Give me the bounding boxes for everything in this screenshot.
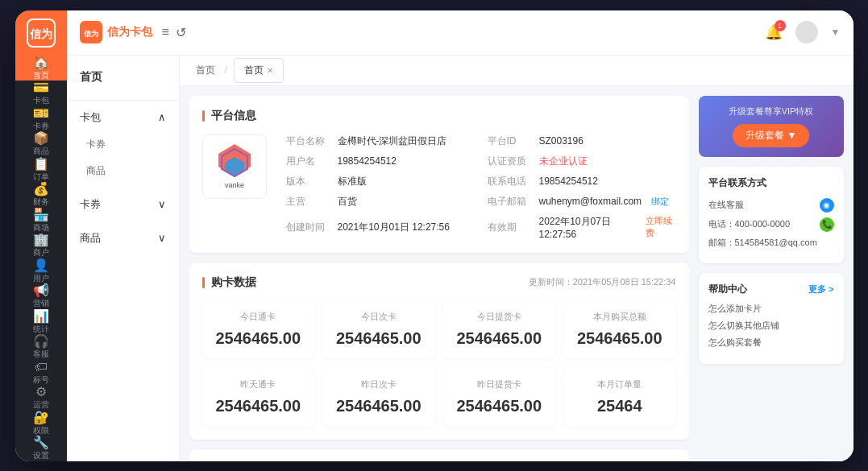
purchase-stats-grid-top: 今日通卡 2546465.00 今日次卡 2546465.00 今日提货卡 25…: [202, 300, 676, 359]
notification-badge: 1: [775, 20, 786, 31]
field-label-auth: 认证资质: [488, 155, 533, 168]
mall-icon: 🏪: [33, 209, 49, 221]
sidebar-item-goods[interactable]: 📦 商品: [15, 131, 67, 157]
contact-email-label: 邮箱：514584581@qq.com: [708, 237, 817, 249]
field-expire: 有效期 2022年10月07日 12:27:56 立即续费: [488, 215, 676, 240]
avatar: [795, 21, 818, 43]
main-area: 信为 信为卡包 ≡ ↺ 🔔 1 ▼: [67, 10, 853, 461]
field-label-username: 用户名: [286, 155, 331, 168]
sidebar-item-voucher[interactable]: 🎫 卡券: [15, 106, 67, 132]
sidebar-item-finance[interactable]: 💰 财务: [15, 182, 67, 208]
help-title-label: 帮助中心: [708, 283, 747, 296]
vip-chevron-icon: ▼: [787, 130, 797, 141]
field-main: 主营 百货: [286, 195, 475, 209]
field-value-created: 2021年10月01日 12:27:56: [338, 221, 450, 234]
purchase-stats-grid-bottom: 昨天通卡 2546465.00 昨日次卡 2546465.00 昨日提货卡 25…: [202, 367, 676, 427]
sidebar-item-merchant[interactable]: 🏢 商户: [15, 233, 67, 258]
field-label-main: 主营: [286, 195, 331, 209]
sidebar-item-marketing[interactable]: 📢 营销: [15, 283, 67, 309]
topnav: 信为 信为卡包 ≡ ↺ 🔔 1 ▼: [67, 10, 853, 56]
sidebar-item-stats[interactable]: 📊 统计: [15, 309, 67, 335]
chevron-icon-voucher: ∨: [158, 198, 166, 210]
sidebar-item-home[interactable]: 🏠 首页: [15, 56, 67, 81]
field-value-platform-name: 金樽时代-深圳盆田假日店: [338, 134, 447, 148]
tab-close-icon[interactable]: ✕: [267, 66, 273, 75]
contact-title: 平台联系方式: [708, 176, 834, 190]
sub-item-goods[interactable]: 商品: [67, 158, 179, 184]
sidebar-item-operations[interactable]: ⚙ 运营: [15, 385, 67, 411]
sub-group-header-card-bag[interactable]: 卡包 ∧: [67, 104, 179, 131]
sidebar-item-users[interactable]: 👤 用户: [15, 258, 67, 284]
dropdown-icon[interactable]: ▼: [831, 27, 841, 38]
stat-today-cards: 今日通卡 2546465.00: [202, 300, 315, 359]
contact-online-row: 在线客服 ◉: [708, 198, 834, 213]
tab-home-label: 首页: [244, 64, 264, 77]
sidebar-item-settings[interactable]: 🔧 设置: [15, 436, 67, 461]
field-auth: 认证资质 未企业认证: [488, 155, 676, 168]
tab-home[interactable]: 首页 ✕: [234, 58, 284, 83]
field-value-platform-id: SZ003196: [539, 135, 584, 147]
field-email-link[interactable]: 绑定: [651, 196, 669, 208]
sidebar-item-orders[interactable]: 📋 订单: [15, 157, 67, 183]
sidebar-item-mall[interactable]: 🏪 商场: [15, 208, 67, 233]
sidebar-item-card-bag[interactable]: 💳 卡包: [15, 81, 67, 106]
sidebar-item-users-label: 用户: [33, 275, 49, 283]
menu-icon[interactable]: ≡: [162, 25, 169, 40]
topnav-logo: 信为 信为卡包: [80, 21, 152, 43]
user-avatar-icon[interactable]: [795, 21, 818, 43]
orders-icon: 📋: [33, 158, 49, 171]
sidebar-item-marketing-label: 营销: [33, 300, 49, 308]
help-title: 帮助中心 更多 >: [708, 283, 834, 296]
stat-value-month-total: 2546465.00: [575, 329, 665, 348]
stats-icon: 📊: [33, 310, 49, 323]
sidebar-item-support-label: 客服: [33, 350, 49, 358]
field-label-platform-name: 平台名称: [286, 134, 331, 148]
phone-icon[interactable]: 📞: [820, 217, 834, 232]
purchase-stats-update: 更新时间：2021年05月08日 15:22:34: [529, 276, 676, 288]
topnav-controls: ≡ ↺: [162, 25, 186, 40]
stat-label-yesterday-cards: 昨天通卡: [214, 378, 304, 390]
sub-group-card-bag: 卡包 ∧ 卡券 商品: [67, 101, 179, 188]
field-value-version: 标准版: [338, 175, 367, 188]
sidebar-item-tags[interactable]: 🏷 标号: [15, 360, 67, 386]
refresh-icon[interactable]: ↺: [176, 25, 186, 40]
page-content: 平台信息 vanke: [180, 86, 853, 461]
sub-item-voucher[interactable]: 卡券: [67, 131, 179, 158]
sidebar-item-stats-label: 统计: [33, 325, 49, 333]
topnav-logo-icon: 信为: [80, 21, 102, 43]
merchant-icon: 🏢: [33, 233, 49, 246]
help-item-0[interactable]: 怎么添加卡片: [708, 303, 834, 315]
field-version: 版本 标准版: [286, 175, 475, 188]
notification-bell[interactable]: 🔔 1: [765, 23, 783, 41]
tags-icon: 🏷: [35, 361, 48, 374]
field-expire-link[interactable]: 立即续费: [646, 215, 676, 239]
sidebar: 信为 🏠 首页 💳 卡包 🎫 卡券 📦 商品 📋 订单 💰 财务: [15, 10, 67, 461]
sub-group-label-goods: 商品: [80, 231, 101, 246]
sidebar-item-settings-label: 设置: [33, 452, 49, 460]
permissions-icon: 🔐: [33, 411, 49, 424]
help-more-link[interactable]: 更多 >: [808, 283, 833, 295]
help-item-2[interactable]: 怎么购买套餐: [708, 337, 834, 349]
stat-month-total: 本月购买总额 2546465.00: [563, 300, 676, 359]
vip-banner: 升级套餐尊享VIP特权 升级套餐 ▼: [699, 96, 844, 157]
platform-info-content: vanke 平台名称 金樽时代-深圳盆田假日店 平台ID: [202, 134, 676, 240]
help-item-1[interactable]: 怎么切换其他店铺: [708, 320, 834, 332]
contact-online-label: 在线客服: [708, 199, 744, 211]
platform-info-title: 平台信息: [202, 109, 676, 123]
stat-label-today-store: 今日提货卡: [455, 311, 545, 323]
field-platform-name: 平台名称 金樽时代-深圳盆田假日店: [286, 134, 475, 148]
left-panel: 平台信息 vanke: [189, 96, 689, 461]
online-service-icon[interactable]: ◉: [820, 198, 834, 213]
content-area: 首页 卡包 ∧ 卡券 商品 卡券 ∨: [67, 56, 853, 461]
sub-group-header-goods[interactable]: 商品 ∨: [67, 225, 179, 252]
sub-group-header-voucher[interactable]: 卡券 ∨: [67, 191, 179, 218]
right-panel: 升级套餐尊享VIP特权 升级套餐 ▼ 平台联系方式 在线客服 ◉: [699, 96, 844, 461]
breadcrumb-home[interactable]: 首页: [193, 64, 218, 77]
stat-label-yesterday-secondary: 昨日次卡: [334, 378, 424, 390]
sidebar-item-voucher-label: 卡券: [33, 122, 49, 130]
vip-upgrade-button[interactable]: 升级套餐 ▼: [733, 124, 810, 147]
field-platform-id: 平台ID SZ003196: [488, 134, 676, 148]
breadcrumb-separator: /: [225, 64, 227, 76]
sidebar-item-permissions[interactable]: 🔐 权限: [15, 411, 67, 436]
sidebar-item-support[interactable]: 🎧 客服: [15, 334, 67, 360]
